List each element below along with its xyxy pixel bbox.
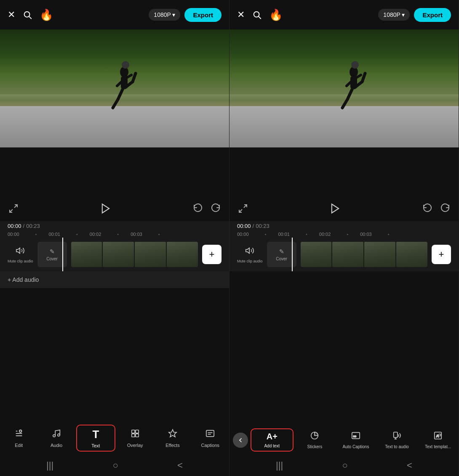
left-video-preview xyxy=(0,29,229,147)
toolbar-item-audio[interactable]: Audio xyxy=(37,426,75,450)
strip-frame-3 xyxy=(135,242,166,267)
left-add-audio-button[interactable]: + Add audio xyxy=(0,271,229,288)
svg-text:cc: cc xyxy=(353,434,357,438)
right-video-strip xyxy=(301,242,427,267)
toolbar-label-text: Text xyxy=(91,443,100,448)
svg-line-10 xyxy=(133,73,136,82)
right-nav-menu-icon[interactable]: ||| xyxy=(276,460,283,471)
sub-toolbar-item-stickers[interactable]: Stickers xyxy=(294,428,336,452)
right-nav-home-icon[interactable]: ○ xyxy=(342,460,347,471)
nav-back-icon[interactable]: < xyxy=(177,460,183,471)
svg-point-3 xyxy=(122,61,129,69)
strip-frame-2 xyxy=(103,242,134,267)
right-panel: ✕ 🔥 1080P ▾ Export xyxy=(230,0,459,476)
left-mute-button[interactable]: Mute clip audio xyxy=(8,246,33,263)
svg-line-11 xyxy=(14,205,17,208)
right-time-ruler: 00:00 • 00:01 • 00:02 • 00:03 • xyxy=(230,231,459,238)
right-add-clip-button[interactable]: + xyxy=(432,245,451,264)
right-bottom-toolbar: A+ Add text Stickers cc xyxy=(230,425,459,476)
right-close-button[interactable]: ✕ xyxy=(237,10,245,19)
right-strip-frame-4 xyxy=(396,242,427,267)
sub-toolbar-item-add-text[interactable]: A+ Add text xyxy=(251,428,294,452)
right-flame-icon: 🔥 xyxy=(269,9,283,20)
svg-point-32 xyxy=(351,61,359,69)
left-time-ruler: 00:00 • 00:01 • 00:02 • 00:03 • xyxy=(0,231,229,238)
flame-icon: 🔥 xyxy=(40,9,53,20)
text-templates-icon: A xyxy=(433,431,443,442)
toolbar-item-effects[interactable]: Effects xyxy=(154,426,191,450)
left-time-label: 00:00 / 00:23 xyxy=(0,221,229,231)
left-bottom-nav: ||| ○ < xyxy=(0,455,229,476)
right-strip-frame-1 xyxy=(301,242,332,267)
left-controls-bar xyxy=(0,198,229,221)
text-to-audio-icon xyxy=(392,431,402,442)
overlay-icon xyxy=(131,429,140,441)
right-fullscreen-icon[interactable] xyxy=(238,203,248,216)
fullscreen-icon[interactable] xyxy=(8,203,19,216)
captions-icon xyxy=(205,429,215,441)
undo-button[interactable] xyxy=(193,203,203,216)
resolution-button[interactable]: 1080P ▾ xyxy=(149,9,180,21)
toolbar-label-edit: Edit xyxy=(15,443,23,448)
nav-home-icon[interactable]: ○ xyxy=(112,460,118,471)
left-add-clip-button[interactable]: + xyxy=(202,245,221,264)
nav-menu-icon[interactable]: ||| xyxy=(46,460,53,471)
svg-line-8 xyxy=(113,99,118,108)
export-button[interactable]: Export xyxy=(184,8,221,22)
toolbar-label-effects: Effects xyxy=(165,443,179,448)
play-button[interactable] xyxy=(100,203,112,217)
stickers-icon xyxy=(310,431,319,442)
right-header-right: 1080P ▾ Export xyxy=(378,8,451,22)
right-redo-button[interactable] xyxy=(440,203,450,216)
svg-line-40 xyxy=(244,205,247,208)
redo-button[interactable] xyxy=(211,203,221,216)
strip-frame-1 xyxy=(71,242,102,267)
sub-toolbar-item-auto-captions[interactable]: cc Auto Captions xyxy=(335,428,376,452)
svg-line-39 xyxy=(362,73,365,82)
svg-rect-47 xyxy=(393,432,397,438)
sub-toolbar-label-add-text: Add text xyxy=(264,444,280,448)
right-spacer xyxy=(230,271,459,425)
toolbar-item-edit[interactable]: Edit xyxy=(0,426,37,450)
left-timeline: 00:00 / 00:23 00:00 • 00:01 • 00:02 • 00… xyxy=(0,221,229,271)
sub-toolbar-item-text-templates[interactable]: A Text templat... xyxy=(417,428,459,452)
svg-line-41 xyxy=(239,209,242,212)
svg-point-18 xyxy=(19,430,21,432)
close-button[interactable]: ✕ xyxy=(8,10,15,19)
search-button[interactable] xyxy=(23,10,32,19)
header-left-controls: ✕ 🔥 xyxy=(8,9,53,20)
svg-rect-26 xyxy=(206,430,214,436)
svg-rect-24 xyxy=(136,433,139,436)
strip-frame-4 xyxy=(167,242,198,267)
right-play-button[interactable] xyxy=(329,203,341,217)
left-header: ✕ 🔥 1080P ▾ Export xyxy=(0,0,229,29)
left-bottom-toolbar: Edit Audio T Text xyxy=(0,421,229,476)
left-middle-section xyxy=(0,147,229,198)
right-back-button[interactable] xyxy=(233,433,248,448)
toolbar-label-overlay: Overlay xyxy=(127,443,143,448)
svg-rect-21 xyxy=(131,430,134,433)
toolbar-item-text[interactable]: T Text xyxy=(76,425,115,452)
right-playhead xyxy=(292,238,293,271)
left-timeline-track: Mute clip audio ✎ Cover + xyxy=(0,238,229,271)
right-resolution-button[interactable]: 1080P ▾ xyxy=(378,9,410,21)
sub-toolbar-item-text-to-audio[interactable]: Text to audio xyxy=(376,428,418,452)
right-sub-toolbar-items: A+ Add text Stickers cc xyxy=(230,425,459,455)
toolbar-item-overlay[interactable]: Overlay xyxy=(116,426,154,450)
svg-point-19 xyxy=(53,434,56,437)
right-mute-button[interactable]: Mute clip audio xyxy=(237,246,263,263)
left-video-frame xyxy=(0,29,229,147)
svg-point-20 xyxy=(58,433,60,436)
right-export-button[interactable]: Export xyxy=(414,8,451,22)
audio-icon xyxy=(52,429,61,441)
toolbar-item-captions[interactable]: Captions xyxy=(192,426,229,450)
right-undo-button[interactable] xyxy=(422,203,432,216)
right-search-button[interactable] xyxy=(252,10,262,19)
edit-icon xyxy=(14,429,24,441)
auto-captions-icon: cc xyxy=(351,431,360,442)
effects-icon xyxy=(168,429,177,441)
svg-marker-25 xyxy=(169,429,176,436)
sub-toolbar-label-text-to-audio: Text to audio xyxy=(385,444,409,449)
right-nav-back-icon[interactable]: < xyxy=(407,460,412,471)
svg-marker-13 xyxy=(102,204,109,213)
